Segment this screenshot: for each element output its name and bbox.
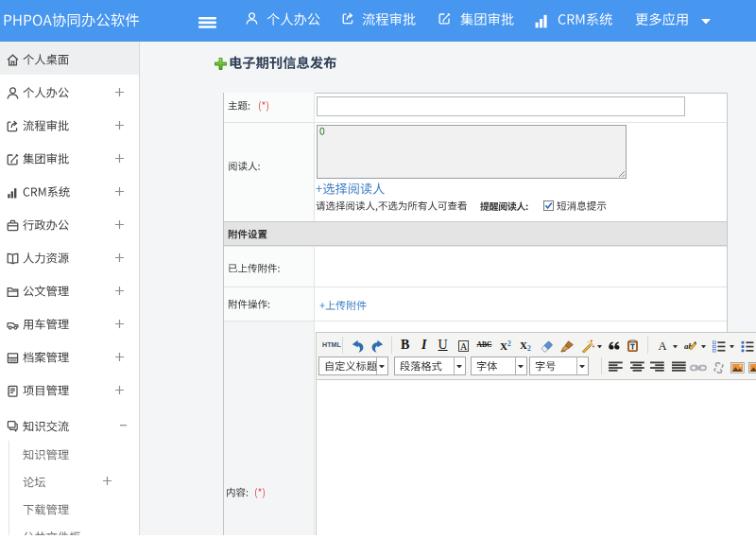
svg-text:A: A	[459, 340, 467, 351]
svg-text:A: A	[658, 339, 666, 351]
